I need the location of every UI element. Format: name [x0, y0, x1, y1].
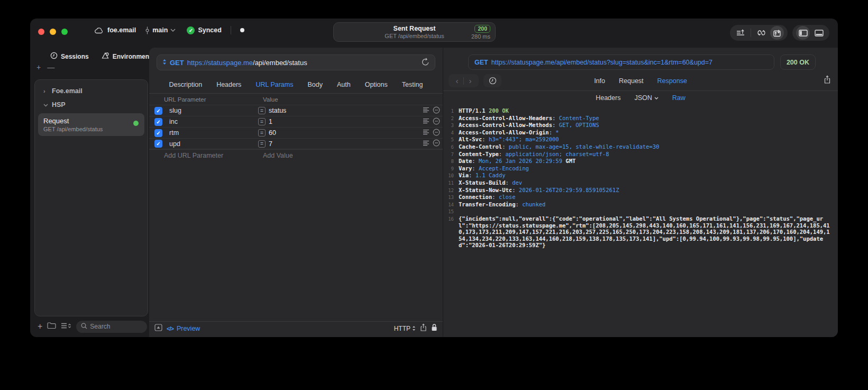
param-name-field[interactable]: upd	[169, 140, 258, 148]
tree-item-foe-email[interactable]: › Foe.email	[35, 84, 148, 98]
share-icon[interactable]	[420, 323, 427, 334]
code-line: 13Connection: close	[445, 194, 833, 201]
search-input[interactable]: Search	[76, 321, 147, 333]
branch-icon	[145, 26, 150, 34]
export-response-icon[interactable]	[824, 75, 831, 86]
param-checkbox[interactable]: ✓	[154, 107, 162, 115]
line-number: 5	[445, 136, 454, 143]
toggle-sidebar-button[interactable]	[796, 26, 810, 40]
param-value-field[interactable]: 7	[269, 140, 423, 148]
tab-sessions[interactable]: Sessions	[50, 52, 89, 61]
response-view-tabs: Headers JSON Raw	[443, 91, 838, 105]
tab-description[interactable]: Description	[169, 81, 203, 88]
param-name-field[interactable]: rtm	[169, 129, 258, 137]
tab-request[interactable]: Request	[619, 77, 644, 85]
method-stepper-icon[interactable]	[162, 59, 167, 67]
drag-handle-icon[interactable]	[423, 107, 430, 114]
param-value-field[interactable]: 1	[269, 118, 423, 125]
toggle-bottom-panel-button[interactable]	[812, 26, 826, 40]
response-body[interactable]: 1HTTP/1.1 200 OK2Access-Control-Allow-He…	[443, 105, 838, 337]
remove-session-button[interactable]: —	[47, 64, 54, 71]
titlebar: foe.email main ✓ Synced Sent Request GET…	[30, 19, 838, 48]
tab-body[interactable]: Body	[307, 81, 323, 88]
view-headers[interactable]: Headers	[596, 94, 620, 102]
protocol-selector[interactable]: HTTP	[394, 325, 416, 332]
tab-options[interactable]: Options	[365, 81, 388, 88]
tree-item-hsp[interactable]: HSP	[35, 98, 148, 112]
protocol-label: HTTP	[394, 325, 410, 332]
add-request-button[interactable]: +	[38, 323, 42, 330]
add-param-value-placeholder[interactable]: Add Value	[263, 152, 293, 159]
new-folder-icon[interactable]	[47, 322, 56, 331]
status-code-badge: 200	[474, 25, 490, 33]
minimize-window-button[interactable]	[50, 29, 56, 35]
resend-request-icon[interactable]	[422, 58, 430, 68]
close-window-button[interactable]	[38, 29, 44, 35]
param-name-field[interactable]: slug	[169, 107, 258, 114]
code-line: 11X-Status-Build: dev	[445, 179, 833, 187]
export-lines-button[interactable]	[734, 26, 747, 40]
tab-auth[interactable]: Auth	[337, 81, 351, 88]
line-content: Transfer-Encoding: chunked	[459, 201, 545, 208]
tab-url-params[interactable]: URL Params	[255, 81, 293, 88]
remove-param-icon[interactable]	[433, 129, 440, 138]
project-name[interactable]: foe.email	[107, 26, 136, 34]
toolbar-group-tools	[730, 25, 788, 41]
line-number: 8	[445, 158, 454, 165]
cloud-icon	[95, 27, 104, 34]
main-content: GET https://statuspage.me/api/embed/stat…	[149, 48, 838, 337]
response-request-url[interactable]: GET https://statuspage.me/api/embed/stat…	[468, 55, 774, 70]
add-param-row[interactable]: Add URL Parameter Add Value	[149, 149, 443, 161]
line-content: Via: 1.1 Caddy	[459, 172, 506, 179]
line-content: Access-Control-Allow-Methods: GET, OPTIO…	[459, 122, 599, 129]
remove-param-icon[interactable]	[433, 117, 440, 126]
param-checkbox[interactable]: ✓	[154, 140, 162, 148]
drag-handle-icon[interactable]	[423, 129, 430, 137]
preview-button[interactable]: </> Preview	[167, 325, 200, 332]
add-param-name-placeholder[interactable]: Add URL Parameter	[164, 152, 263, 159]
import-export-button[interactable]	[770, 26, 784, 40]
remove-param-icon[interactable]	[433, 106, 440, 115]
view-json[interactable]: JSON	[634, 94, 658, 102]
sync-status[interactable]: ✓ Synced	[187, 26, 221, 34]
tab-testing[interactable]: Testing	[402, 81, 423, 88]
request-method[interactable]: GET	[170, 59, 184, 67]
preview-label: Preview	[177, 325, 200, 332]
response-panel: GET https://statuspage.me/api/embed/stat…	[443, 48, 838, 337]
drag-handle-icon[interactable]	[423, 140, 430, 148]
code-icon: </>	[167, 325, 173, 332]
param-value-field[interactable]: 60	[269, 129, 423, 137]
code-line: 10Via: 1.1 Caddy	[445, 172, 833, 179]
param-checkbox[interactable]: ✓	[154, 118, 162, 126]
tab-headers[interactable]: Headers	[216, 81, 241, 88]
drag-handle-icon[interactable]	[423, 118, 430, 125]
code-line: 1HTTP/1.1 200 OK	[445, 107, 833, 115]
lock-icon[interactable]	[431, 323, 437, 333]
param-value-field[interactable]: status	[269, 107, 423, 114]
view-raw[interactable]: Raw	[672, 94, 686, 102]
tab-environments[interactable]: Environments	[102, 52, 155, 61]
expand-panel-button[interactable]	[154, 324, 162, 333]
zoom-window-button[interactable]	[61, 29, 68, 35]
url-path[interactable]: /api/embed/status	[253, 59, 307, 67]
add-session-button[interactable]: +	[36, 64, 41, 71]
tab-sessions-label: Sessions	[61, 53, 89, 60]
loop-button[interactable]	[754, 26, 768, 40]
line-content: HTTP/1.1 200 OK	[459, 107, 509, 115]
code-line: 7Content-Type: application/json; charset…	[445, 151, 833, 158]
list-options-icon[interactable]	[61, 322, 71, 331]
code-line: 9Vary: Accept-Encoding	[445, 165, 833, 173]
tab-response[interactable]: Response	[657, 77, 687, 85]
url-host[interactable]: https://statuspage.me	[187, 59, 253, 67]
line-content: X-Status-Build: dev	[459, 179, 522, 187]
param-checkbox[interactable]: ✓	[154, 129, 162, 137]
tab-info[interactable]: Info	[594, 77, 605, 85]
line-content: Alt-Svc: h3=":443"; ma=2592000	[459, 136, 559, 143]
remove-param-icon[interactable]	[433, 139, 440, 148]
request-list-item[interactable]: Request GET /api/embed/status	[38, 113, 144, 136]
param-name-field[interactable]: inc	[169, 118, 258, 125]
request-url-bar[interactable]: GET https://statuspage.me/api/embed/stat…	[157, 55, 435, 70]
branch-selector[interactable]: main	[145, 26, 176, 34]
code-line: 12X-Status-Now-Utc: 2026-01-26T20:29:59.…	[445, 187, 833, 194]
sent-request-pill[interactable]: Sent Request GET /api/embed/status 200 2…	[333, 22, 496, 42]
